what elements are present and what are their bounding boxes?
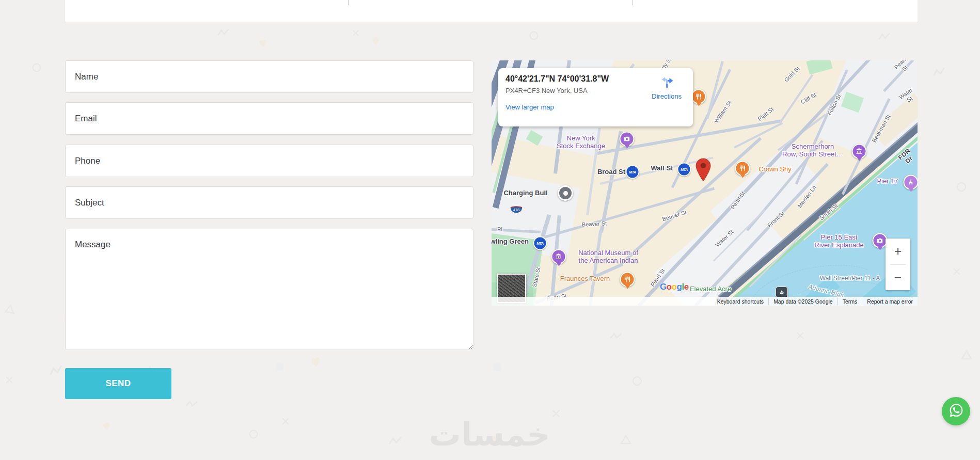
- subject-input[interactable]: [65, 186, 473, 219]
- map-label: Platt St: [756, 106, 775, 122]
- road-gold-st: [780, 74, 813, 122]
- map-poi-gray-icon[interactable]: [558, 185, 573, 201]
- doodle-tri: [620, 434, 632, 448]
- send-button[interactable]: SEND: [65, 368, 171, 399]
- google-logo-wrap: Google: [677, 282, 689, 292]
- doodle-sq: [492, 361, 503, 375]
- contact-page: SEND: [0, 0, 980, 460]
- map-info-card: 40°42'21.7"N 74°00'31.8"W PX4R+CF3 New Y…: [498, 68, 693, 126]
- strip-divider: [633, 0, 633, 5]
- zoom-in-button[interactable]: +: [886, 239, 910, 264]
- map-poi-mta-icon[interactable]: MTA: [626, 165, 640, 179]
- doodle-pin: [371, 36, 381, 49]
- map-label: Cliff St: [800, 91, 817, 105]
- doodle-heart: [101, 420, 113, 434]
- doodle-circle: [528, 30, 540, 43]
- doodle-zig: [217, 27, 230, 42]
- doodle-tri: [960, 349, 973, 363]
- message-input[interactable]: [65, 229, 473, 350]
- svg-text:478: 478: [513, 208, 520, 212]
- doodle-zig: [609, 330, 624, 347]
- map-poi-mta-icon[interactable]: MTA: [533, 236, 547, 250]
- doodle-x: [4, 375, 14, 387]
- doodle-zig: [48, 363, 66, 383]
- directions-label: Directions: [647, 92, 686, 100]
- doodle-zig: [931, 65, 948, 84]
- doodle-circle: [631, 375, 643, 389]
- phone-input[interactable]: [65, 145, 473, 177]
- khamsat-watermark: خمسات: [417, 416, 562, 453]
- doodle-circle: [248, 429, 259, 442]
- map-attribution-bar: Keyboard shortcutsMap data ©2025 GoogleT…: [492, 297, 918, 306]
- doodle-x: [351, 28, 360, 40]
- map-poi-camera-icon[interactable]: [620, 132, 635, 147]
- doodle-x: [795, 330, 805, 343]
- view-larger-map-link[interactable]: View larger map: [505, 103, 554, 111]
- doodle-x: [280, 416, 291, 429]
- road: [589, 230, 603, 306]
- map-poi-shield-icon[interactable]: 478: [510, 204, 524, 216]
- map-label: William St: [713, 100, 733, 124]
- doodle-sq: [275, 361, 285, 374]
- map-park: [806, 60, 832, 75]
- name-input[interactable]: [65, 60, 473, 93]
- location-marker-pin: [696, 158, 711, 184]
- google-logo[interactable]: Google: [660, 282, 689, 292]
- map-poi-building-icon[interactable]: [904, 175, 918, 190]
- map-poi-mta-icon[interactable]: MTA: [677, 163, 691, 177]
- doodle-circle: [955, 181, 968, 195]
- whatsapp-button[interactable]: [942, 397, 970, 425]
- map-zoom-control: + −: [886, 239, 910, 290]
- attribution-terms[interactable]: Terms: [837, 298, 862, 305]
- map-poi-museum-icon[interactable]: [551, 249, 566, 264]
- attribution-report-a-map-error[interactable]: Report a map error: [862, 298, 918, 305]
- map-poi-restaurant-icon[interactable]: [620, 272, 635, 287]
- attribution-keyboard-shortcuts[interactable]: Keyboard shortcuts: [713, 298, 768, 305]
- directions-button[interactable]: Directions: [647, 74, 686, 100]
- email-input[interactable]: [65, 102, 473, 135]
- doodle-heart: [308, 354, 324, 371]
- doodle-x: [952, 266, 962, 279]
- whatsapp-icon: [947, 402, 965, 421]
- strip-divider: [348, 0, 349, 5]
- map-poi-restaurant-icon[interactable]: [691, 89, 706, 104]
- map-label: Gold St: [783, 65, 801, 83]
- doodle-circle: [31, 62, 42, 75]
- zoom-out-button[interactable]: −: [886, 265, 910, 291]
- google-map-embed[interactable]: Liberty StNew York Stock ExchangeBroad S…: [492, 60, 918, 306]
- doodle-tri: [3, 303, 17, 318]
- doodle-zig: [184, 398, 199, 415]
- map-poi-ferry-icon[interactable]: [776, 287, 788, 298]
- doodle-heart: [257, 37, 270, 51]
- map-poi-restaurant-icon[interactable]: [735, 161, 750, 176]
- doodle-zig: [878, 31, 891, 46]
- attribution-map-data-2025-google: Map data ©2025 Google: [768, 298, 837, 305]
- top-section-strip: [65, 0, 918, 22]
- directions-icon: [659, 82, 674, 90]
- doodle-zig: [388, 435, 403, 451]
- map-poi-museum-icon[interactable]: [852, 144, 867, 159]
